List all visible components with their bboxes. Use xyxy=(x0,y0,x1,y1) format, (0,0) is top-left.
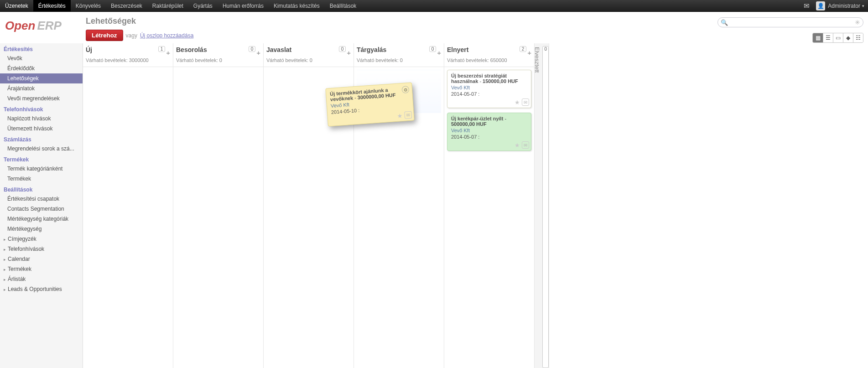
view-form-button[interactable]: ▭ xyxy=(833,33,843,42)
column-add-icon[interactable]: + xyxy=(347,49,351,57)
column-count: 0 xyxy=(542,46,549,368)
sidebar-section: Számlázás xyxy=(0,134,83,144)
clear-search-icon[interactable]: ✳ xyxy=(855,19,860,26)
sidebar-item-contacts-seg[interactable]: Contacts Segmentation xyxy=(0,204,83,214)
message-icon[interactable]: ✉ xyxy=(522,141,529,149)
column-revenue: Várható bevételek: 0 xyxy=(357,57,441,63)
kanban-column-uj: Új 1 + Várható bevételek: 3000000 xyxy=(83,43,173,368)
sidebar-item-csapatok[interactable]: Értékesítési csapatok xyxy=(0,194,83,204)
message-icon[interactable]: ✉ xyxy=(522,98,529,106)
create-button[interactable]: Létrehoz xyxy=(86,30,123,41)
sidebar-item-telefonhivasok[interactable]: Telefonhívások xyxy=(0,244,83,254)
sidebar-item-mertekegyseg-kat[interactable]: Mértékegység kategóriák xyxy=(0,214,83,224)
sidebar-item-naplozott[interactable]: Naplózott hívások xyxy=(0,114,83,124)
sidebar-item-termekek[interactable]: Termékek xyxy=(0,174,83,184)
column-add-icon[interactable]: + xyxy=(166,49,170,57)
view-kanban-button[interactable]: ▦ xyxy=(813,33,823,42)
sidebar-section: Értékesítés xyxy=(0,43,83,53)
star-icon[interactable]: ★ xyxy=(397,112,403,119)
card-amount: 150000,00 HUF xyxy=(483,78,518,84)
sidebar-item-mertekegyseg[interactable]: Mértékegység xyxy=(0,224,83,234)
caret-down-icon: ▾ xyxy=(862,4,864,8)
kanban-column-targyalas: Tárgyalás 0 + Várható bevételek: 0 ⚙ Új … xyxy=(354,43,444,368)
column-title: Besorolás xyxy=(176,46,249,53)
search-box[interactable]: 🔍 ✳ xyxy=(717,17,863,27)
nav-ertekesites[interactable]: Értékesítés xyxy=(33,0,71,11)
column-revenue: Várható bevételek: 3000000 xyxy=(86,57,170,63)
nav-uzenetek[interactable]: Üzenetek xyxy=(0,0,33,11)
sidebar-item-arajanlatok[interactable]: Árajánlatok xyxy=(0,83,83,93)
sidebar-section: Telefonhívások xyxy=(0,104,83,114)
sidebar-item-cimjegyzek[interactable]: Címjegyzék xyxy=(0,234,83,244)
svg-text:OpenERP: OpenERP xyxy=(5,19,62,32)
sidebar-item-vevok[interactable]: Vevők xyxy=(0,53,83,63)
sidebar-item-arlistak[interactable]: Árlisták xyxy=(0,274,83,284)
column-revenue: Várható bevételek: 650000 xyxy=(447,57,531,63)
mail-icon[interactable]: ✉ xyxy=(799,0,814,11)
top-nav: Üzenetek Értékesítés Könyvelés Beszerzés… xyxy=(0,0,868,12)
card-company: Vevő Kft xyxy=(451,128,527,133)
column-title: Javaslat xyxy=(266,46,339,53)
view-switcher: ▦ ☰ ▭ ◆ ☷ xyxy=(812,33,863,43)
nav-human[interactable]: Humán erőforrás xyxy=(218,0,269,11)
nav-raktarepulet[interactable]: Raktárépület xyxy=(147,0,188,11)
kanban-column-besorolas: Besorolás 0 + Várható bevételek: 0 xyxy=(173,43,264,368)
card-title: Új kerékpár-üzlet nyílt xyxy=(451,116,503,121)
nav-beszerzesek[interactable]: Beszerzések xyxy=(106,0,147,11)
view-list-button[interactable]: ☰ xyxy=(823,33,833,42)
column-title: Elnyert xyxy=(447,46,520,53)
column-title: Új xyxy=(86,46,158,53)
search-area: 🔍 ✳ xyxy=(717,17,863,27)
sidebar-section: Termékek xyxy=(0,154,83,164)
sidebar-item-utemezett[interactable]: Ütemezett hívások xyxy=(0,124,83,134)
column-title: Elvesztett xyxy=(532,43,542,368)
sidebar-item-megrendelesi[interactable]: Megrendelési sorok a szá... xyxy=(0,144,83,154)
sidebar-item-termek-kat[interactable]: Termék kategóriánként xyxy=(0,164,83,174)
sidebar-item-erdeklodok[interactable]: Érdeklődők xyxy=(0,63,83,73)
column-count: 0 xyxy=(339,46,346,52)
nav-konyveles[interactable]: Könyvelés xyxy=(71,0,106,11)
column-add-icon[interactable]: + xyxy=(437,49,441,57)
card-amount: 500000,00 HUF xyxy=(451,121,487,127)
sidebar-item-calendar[interactable]: Calendar xyxy=(0,254,83,264)
user-name: Administrator xyxy=(828,3,860,9)
sidebar-item-termekek2[interactable]: Termékek xyxy=(0,264,83,274)
kanban-column-elnyert: Elnyert 2 + Várható bevételek: 650000 Új… xyxy=(444,43,535,368)
view-graph-button[interactable]: ◆ xyxy=(843,33,853,42)
sidebar-item-vevoi-megrendelesek[interactable]: Vevői megrendelések xyxy=(0,93,83,104)
sidebar-section: Beállítások xyxy=(0,184,83,194)
logo[interactable]: OpenERP xyxy=(0,12,83,40)
user-menu[interactable]: 👤 Administrator ▾ xyxy=(814,0,868,11)
view-calendar-button[interactable]: ☷ xyxy=(853,33,863,42)
star-icon[interactable]: ★ xyxy=(515,99,520,106)
star-icon[interactable]: ★ xyxy=(515,142,520,149)
avatar-icon: 👤 xyxy=(816,1,825,10)
message-icon[interactable]: ✉ xyxy=(404,111,412,119)
card-company: Vevő Kft xyxy=(451,85,527,90)
card-date: 2014-05-07 : xyxy=(451,134,527,140)
gear-icon[interactable]: ⚙ xyxy=(401,86,409,93)
column-revenue: Várható bevételek: 0 xyxy=(266,57,351,63)
or-label: vagy xyxy=(126,32,137,39)
search-icon: 🔍 xyxy=(721,19,728,26)
column-count: 2 xyxy=(520,46,527,52)
nav-beallitasok[interactable]: Beállítások xyxy=(325,0,362,11)
kanban-card-dragging[interactable]: ⚙ Új termékkört ajánlunk a vevőknek - 30… xyxy=(325,82,414,126)
column-count: 0 xyxy=(249,46,256,52)
sidebar-item-leads[interactable]: Leads & Opportunities xyxy=(0,284,83,294)
column-add-icon[interactable]: + xyxy=(256,49,260,57)
add-column-link[interactable]: Új oszlop hozzáadása xyxy=(140,32,193,39)
kanban-card[interactable]: Új beszerzési stratégiát használnak - 15… xyxy=(447,70,531,108)
column-add-icon[interactable]: + xyxy=(527,49,531,57)
sidebar: Értékesítés Vevők Érdeklődők Lehetőségek… xyxy=(0,43,83,368)
kanban-column-elvesztett-folded[interactable]: 0 Elvesztett xyxy=(535,43,549,368)
nav-kimutatas[interactable]: Kimutatás készítés xyxy=(269,0,325,11)
search-input[interactable] xyxy=(730,19,855,26)
sidebar-item-lehetosegek[interactable]: Lehetőségek xyxy=(0,73,83,83)
card-date: 2014-05-07 : xyxy=(451,91,527,97)
nav-gyartas[interactable]: Gyártás xyxy=(188,0,218,11)
column-title: Tárgyalás xyxy=(357,46,429,53)
column-count: 1 xyxy=(158,46,166,52)
column-count: 0 xyxy=(429,46,437,52)
kanban-card[interactable]: Új kerékpár-üzlet nyílt - 500000,00 HUF … xyxy=(447,113,531,151)
